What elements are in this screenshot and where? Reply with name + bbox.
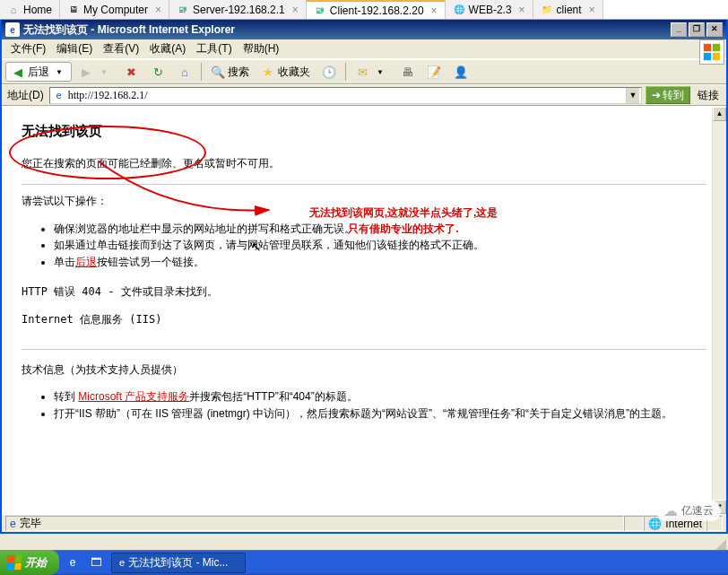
windows-flag-icon xyxy=(6,555,22,570)
address-input[interactable] xyxy=(68,89,626,102)
home-icon: ⌂ xyxy=(177,64,193,80)
search-button[interactable]: 🔍搜索 xyxy=(205,62,254,82)
ms-support-link[interactable]: Microsoft 产品支持服务 xyxy=(78,390,189,403)
server-icon xyxy=(177,4,189,16)
server-icon xyxy=(314,4,326,17)
messenger-icon: 👤 xyxy=(453,64,469,80)
back-label: 后退 xyxy=(28,65,49,80)
tab-label: My Computer xyxy=(83,4,148,16)
svg-rect-2 xyxy=(704,53,711,60)
tab-label: Server-192.168.2.1 xyxy=(193,4,285,16)
menu-help[interactable]: 帮助(H) xyxy=(238,39,285,58)
resize-grip xyxy=(714,537,726,550)
vm-tab-mycomputer[interactable]: My Computer× xyxy=(60,0,169,19)
tech-item: 转到 Microsoft 产品支持服务并搜索包括“HTTP”和“404”的标题。 xyxy=(54,389,706,405)
links-toolbar[interactable]: 链接 xyxy=(694,88,723,103)
taskbar-item-ie[interactable]: e 无法找到该页 - Mic... xyxy=(111,553,246,573)
refresh-button[interactable]: ↻ xyxy=(145,62,170,82)
vm-tab-client220[interactable]: Client-192.168.2.20× xyxy=(307,0,446,19)
mail-icon: ✉ xyxy=(354,64,370,80)
svg-rect-3 xyxy=(713,53,720,60)
mail-button[interactable]: ✉▼ xyxy=(350,62,393,82)
folder-icon xyxy=(541,4,553,16)
svg-rect-0 xyxy=(704,44,711,51)
pc-icon xyxy=(67,4,80,16)
svg-rect-1 xyxy=(713,44,720,51)
print-icon: 🖶 xyxy=(399,64,415,80)
menu-favorites[interactable]: 收藏(A) xyxy=(144,39,191,58)
close-icon[interactable]: × xyxy=(292,4,299,16)
menu-bar: 文件(F) 编辑(E) 查看(V) 收藏(A) 工具(T) 帮助(H) xyxy=(2,39,726,59)
suggestion-item: 单击后退按钮尝试另一个链接。 xyxy=(54,255,706,270)
search-label: 搜索 xyxy=(228,65,249,80)
chevron-down-icon: ▼ xyxy=(51,64,67,80)
restore-button[interactable]: ❐ xyxy=(689,22,705,37)
vm-tab-client[interactable]: client× xyxy=(533,0,603,19)
menu-file[interactable]: 文件(F) xyxy=(5,39,51,58)
address-label: 地址(D) xyxy=(5,88,46,103)
status-bar: e 完毕 🌐 Internet xyxy=(2,514,726,532)
search-icon: 🔍 xyxy=(210,64,226,80)
address-combo[interactable]: e ▼ xyxy=(49,87,642,104)
page-title: 无法找到该页 xyxy=(22,121,706,140)
tab-label: client xyxy=(557,4,582,16)
go-button[interactable]: ➔转到 xyxy=(646,86,690,104)
watermark: ☁亿速云 xyxy=(656,501,721,521)
favorites-label: 收藏夹 xyxy=(278,65,310,80)
web-icon xyxy=(453,4,465,16)
forward-button[interactable]: ▶▼ xyxy=(74,62,117,82)
toolbar: ◀ 后退 ▼ ▶▼ ✖ ↻ ⌂ 🔍搜索 ★收藏夹 🕒 ✉▼ 🖶 📝 👤 xyxy=(2,59,726,84)
menu-edit[interactable]: 编辑(E) xyxy=(51,39,98,58)
edit-icon: 📝 xyxy=(426,64,442,80)
minimize-button[interactable]: _ xyxy=(671,22,687,37)
close-icon[interactable]: × xyxy=(589,4,595,16)
content-area: 无法找到该页 您正在搜索的页面可能已经删除、更名或暂时不可用。 请尝试以下操作：… xyxy=(2,106,726,514)
close-icon[interactable]: × xyxy=(155,4,161,16)
ie-done-icon: e xyxy=(10,518,16,530)
error-intro: 您正在搜索的页面可能已经删除、更名或暂时不可用。 xyxy=(22,156,706,171)
tab-label: Client-192.168.2.20 xyxy=(330,4,424,17)
ie-page-icon: e xyxy=(119,557,125,568)
messenger-button[interactable]: 👤 xyxy=(448,62,473,82)
menu-tools[interactable]: 工具(T) xyxy=(191,39,237,58)
close-icon[interactable]: × xyxy=(519,4,525,16)
chevron-down-icon: ▼ xyxy=(96,64,112,80)
stop-button[interactable]: ✖ xyxy=(118,62,143,82)
menu-view[interactable]: 查看(V) xyxy=(98,39,144,58)
go-label: 转到 xyxy=(663,88,684,103)
favorites-button[interactable]: ★收藏夹 xyxy=(256,62,315,82)
chevron-down-icon: ▼ xyxy=(372,64,388,80)
vertical-scrollbar[interactable]: ▲ ▼ xyxy=(712,107,726,514)
history-icon: 🕒 xyxy=(321,64,337,80)
edit-button[interactable]: 📝 xyxy=(421,62,446,82)
ie-window: e 无法找到该页 - Microsoft Internet Explorer _… xyxy=(0,20,728,534)
history-button[interactable]: 🕒 xyxy=(316,62,342,82)
back-link[interactable]: 后退 xyxy=(75,256,97,268)
vm-tab-web23[interactable]: WEB-2.3× xyxy=(446,0,533,19)
print-button[interactable]: 🖶 xyxy=(394,62,420,82)
back-button[interactable]: ◀ 后退 ▼ xyxy=(5,62,72,82)
http-error-code: HTTP 错误 404 - 文件或目录未找到。 xyxy=(22,284,706,300)
tab-label: Home xyxy=(23,4,52,16)
ie-page-icon: e xyxy=(5,22,20,37)
start-label: 开始 xyxy=(25,555,47,571)
vm-tab-server[interactable]: Server-192.168.2.1× xyxy=(169,0,307,19)
scroll-up-button[interactable]: ▲ xyxy=(713,107,726,121)
separator xyxy=(345,63,346,81)
vm-tab-home[interactable]: Home xyxy=(0,0,60,19)
ie-logo xyxy=(699,39,724,65)
close-button[interactable]: ✕ xyxy=(706,22,723,37)
forward-arrow-icon: ▶ xyxy=(78,64,94,80)
title-bar[interactable]: e 无法找到该页 - Microsoft Internet Explorer _… xyxy=(2,20,726,39)
home-button[interactable]: ⌂ xyxy=(172,62,197,82)
quicklaunch-desktop[interactable]: 🗔 xyxy=(86,553,106,572)
quicklaunch-ie[interactable]: e xyxy=(63,553,82,572)
chevron-down-icon[interactable]: ▼ xyxy=(626,88,639,103)
home-icon xyxy=(7,4,20,16)
back-arrow-icon: ◀ xyxy=(10,64,26,80)
address-bar: 地址(D) e ▼ ➔转到 链接 xyxy=(2,84,726,106)
annotation-text: 无法找到该网页,这就没半点头绪了,这是只有借助专业的技术了. xyxy=(269,205,538,237)
iis-label: Internet 信息服务 (IIS) xyxy=(22,312,706,327)
close-icon[interactable]: × xyxy=(431,4,438,17)
start-button[interactable]: 开始 xyxy=(0,550,59,575)
